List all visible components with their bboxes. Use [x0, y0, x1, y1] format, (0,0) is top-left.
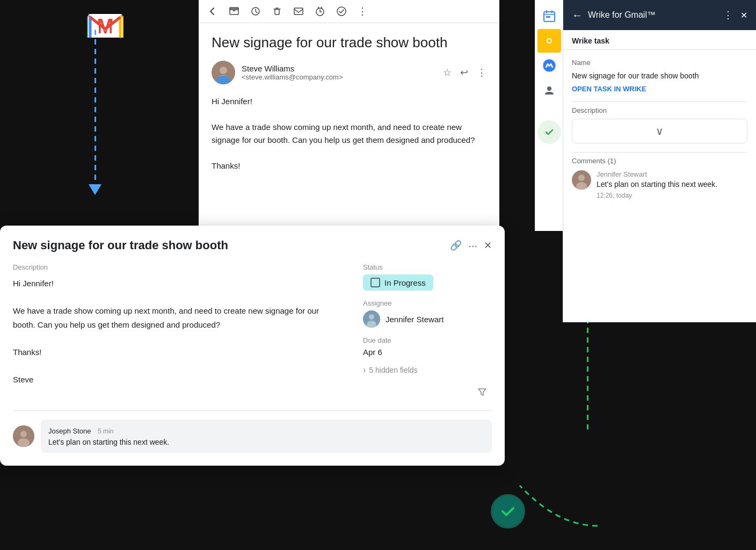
wrike-description-section: Description ∨ [572, 106, 747, 143]
task-modal: New signage for our trade show booth 🔗 ·… [0, 226, 505, 466]
hidden-fields-text: 5 hidden fields [369, 366, 417, 374]
comment-bubble-header: Joseph Stone 5 min [48, 426, 484, 436]
task-body-line4: Steve [13, 373, 341, 387]
wrike-side-icons [535, 0, 563, 231]
wrike-icon-button[interactable] [537, 54, 561, 77]
divider-2 [572, 152, 747, 153]
task-add-button[interactable] [336, 6, 347, 17]
comment-bubble: Joseph Stone 5 min Let's plan on startin… [41, 419, 492, 453]
task-body-line3: Thanks! [13, 345, 341, 359]
svg-point-26 [369, 314, 374, 320]
comment-time: 12:26, today [597, 192, 747, 199]
forward-button[interactable] [293, 6, 304, 17]
archive-button[interactable] [229, 6, 239, 17]
wrike-back-button[interactable]: ← [572, 9, 583, 21]
schedule-button[interactable] [315, 6, 325, 17]
gmail-toolbar: ⋮ [199, 0, 499, 23]
svg-point-30 [18, 438, 30, 447]
wrike-task-name: New signage for our trade show booth [572, 71, 747, 82]
snooze-button[interactable] [250, 6, 261, 17]
email-body: Hi Jennifer! We have a trade show coming… [212, 95, 486, 172]
due-date-value: Apr 6 [363, 348, 492, 357]
sender-actions: ☆ ↩ ⋮ [443, 67, 486, 78]
curved-green-line [514, 480, 600, 529]
svg-rect-5 [275, 9, 279, 15]
expand-icon: › [363, 365, 366, 375]
svg-rect-15 [548, 16, 550, 18]
comment-item: Jennifer Stewart Let's plan on starting … [572, 170, 747, 200]
person-icon-button[interactable] [537, 78, 561, 102]
more-options-button[interactable]: ⋮ [358, 5, 367, 17]
filter-icon-area [13, 386, 492, 400]
sender-info: Steve Williams <steve.williams@company.c… [242, 64, 437, 81]
task-body-text: Hi Jennifer! We have a trade show coming… [13, 277, 341, 386]
svg-rect-6 [294, 8, 303, 15]
filter-icon[interactable] [477, 386, 488, 400]
calendar-icon-button[interactable] [537, 4, 561, 28]
more-button[interactable]: ⋮ [477, 67, 486, 78]
blue-arrow-down [89, 30, 101, 195]
chevron-down-icon: ∨ [656, 125, 664, 138]
task-body-line2: We have a trade show coming up next mont… [13, 304, 341, 331]
wrike-description-label: Description [572, 106, 747, 114]
email-content: New signage for our trade show booth Ste… [199, 23, 499, 183]
email-greeting: Hi Jennifer! [212, 95, 486, 108]
reply-button[interactable]: ↩ [460, 67, 468, 78]
wrike-close-button[interactable]: ✕ [740, 10, 747, 20]
task-modal-body: Description Hi Jennifer! We have a trade… [13, 263, 492, 386]
divider-1 [572, 102, 747, 102]
task-meta-col: Status In Progress Assignee Jennifer Ste… [363, 263, 492, 386]
assignee-label: Assignee [363, 299, 492, 307]
svg-point-23 [578, 175, 585, 181]
sender-avatar [212, 61, 235, 84]
wrike-panel: ← Wrike for Gmail™ ⋮ ✕ Wrike task Name N… [563, 0, 756, 322]
status-badge-container[interactable]: In Progress [363, 274, 492, 291]
assignee-row: Jennifer Stewart [363, 310, 492, 328]
due-date-label: Due date [363, 336, 492, 344]
wrike-more-button[interactable]: ⋮ [723, 9, 733, 21]
wrike-header-icons: ⋮ ✕ [723, 9, 747, 21]
comment-bubble-time: 5 min [98, 428, 113, 435]
wrike-panel-body: Name New signage for our trade show boot… [563, 50, 756, 208]
task-modal-title: New signage for our trade show booth [13, 238, 450, 252]
hidden-fields-toggle[interactable]: › 5 hidden fields [363, 365, 492, 375]
wrike-name-label: Name [572, 59, 747, 67]
svg-point-10 [220, 67, 227, 74]
task-footer: Joseph Stone 5 min Let's plan on startin… [13, 410, 492, 453]
svg-point-8 [337, 7, 346, 16]
comment-bubble-text: Let's plan on starting this next week. [48, 438, 484, 446]
status-badge: In Progress [363, 274, 433, 291]
comment-text: Let's plan on starting this next week. [597, 179, 747, 190]
task-modal-actions: 🔗 ··· ✕ [450, 240, 492, 252]
description-col-label: Description [13, 263, 341, 271]
wrike-task-section-title: Wrike task [563, 30, 756, 50]
assignee-name: Jennifer Stewart [386, 315, 444, 324]
wrike-active-button[interactable] [537, 120, 561, 144]
description-dropdown[interactable]: ∨ [572, 119, 747, 143]
current-user-avatar [13, 425, 34, 447]
task-more-button[interactable]: ··· [468, 240, 477, 252]
status-label: Status [363, 263, 492, 271]
gmail-panel: ⋮ New signage for our trade show booth S… [199, 0, 499, 231]
sender-name: Steve Williams [242, 64, 437, 73]
comment-content: Jennifer Stewart Let's plan on starting … [597, 170, 747, 200]
wrike-panel-header: ← Wrike for Gmail™ ⋮ ✕ [563, 0, 756, 30]
task-link-icon[interactable]: 🔗 [450, 240, 462, 251]
delete-button[interactable] [272, 6, 282, 17]
task-modal-header: New signage for our trade show booth 🔗 ·… [13, 238, 492, 252]
sender-email: <steve.williams@company.com> [242, 73, 437, 81]
svg-point-18 [548, 39, 551, 42]
comment-author-name: Jennifer Stewart [597, 170, 747, 178]
email-closing: Thanks! [212, 160, 486, 172]
tasks-icon-button[interactable] [537, 29, 561, 53]
email-subject: New signage for our trade show booth [212, 34, 486, 52]
back-button[interactable] [207, 6, 218, 17]
star-button[interactable]: ☆ [443, 67, 452, 78]
task-body-line1: Hi Jennifer! [13, 277, 341, 291]
svg-point-29 [20, 431, 27, 437]
task-description-col: Description Hi Jennifer! We have a trade… [13, 263, 341, 386]
task-close-button[interactable]: ✕ [484, 240, 492, 251]
comment-bubble-author: Joseph Stone [48, 427, 91, 435]
sender-row: Steve Williams <steve.williams@company.c… [212, 61, 486, 84]
open-task-link[interactable]: OPEN TASK IN WRIKE [572, 85, 747, 93]
